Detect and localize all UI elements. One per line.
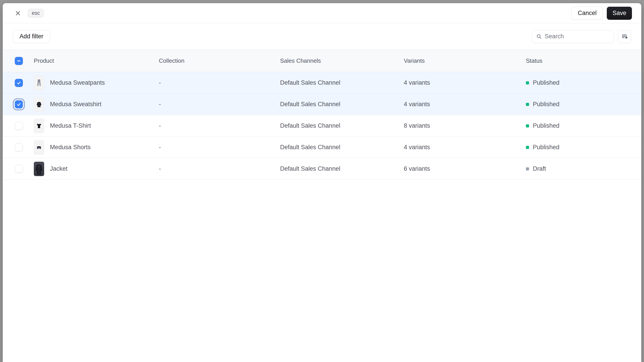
search-icon — [536, 34, 542, 40]
save-button[interactable]: Save — [607, 7, 632, 20]
sales-channel-cell: Default Sales Channel — [280, 122, 404, 129]
table-row[interactable]: Medusa Sweatpants - Default Sales Channe… — [3, 72, 641, 94]
table-row[interactable]: Medusa Sweatshirt - Default Sales Channe… — [3, 94, 641, 115]
close-button[interactable] — [13, 8, 23, 18]
status-label: Published — [533, 101, 560, 108]
product-thumbnail — [34, 162, 44, 176]
row-checkbox[interactable] — [15, 122, 23, 130]
jacket-icon — [34, 162, 44, 176]
product-name: Medusa Sweatshirt — [50, 101, 102, 108]
row-checkbox-focused[interactable] — [15, 100, 23, 108]
sweatshirt-icon — [36, 100, 42, 109]
checkmark-icon — [16, 102, 21, 107]
search-input[interactable] — [545, 33, 610, 40]
column-header-status[interactable]: Status — [526, 57, 641, 64]
status-cell: Published — [526, 79, 641, 86]
status-cell: Draft — [526, 165, 641, 172]
product-thumbnail — [34, 97, 44, 112]
select-all-checkbox[interactable] — [15, 57, 23, 65]
sales-channel-cell: Default Sales Channel — [280, 165, 404, 172]
column-header-collection[interactable]: Collection — [159, 57, 280, 64]
status-cell: Published — [526, 101, 641, 108]
sort-button[interactable] — [618, 30, 631, 43]
status-dot — [526, 81, 529, 84]
variants-cell: 4 variants — [404, 144, 526, 151]
indeterminate-icon — [16, 59, 21, 63]
status-dot — [526, 103, 529, 106]
variants-cell: 4 variants — [404, 101, 526, 108]
product-name: Medusa Shorts — [50, 144, 91, 151]
sweatpants-icon — [36, 78, 42, 87]
status-dot — [526, 167, 529, 170]
status-dot — [526, 124, 529, 128]
row-checkbox[interactable] — [15, 165, 23, 173]
product-name: Medusa Sweatpants — [50, 79, 105, 86]
variants-cell: 6 variants — [404, 165, 526, 172]
status-label: Published — [533, 79, 560, 86]
toolbar-right-group — [532, 30, 631, 43]
table-row[interactable]: Jacket - Default Sales Channel 6 variant… — [3, 158, 641, 180]
status-label: Published — [533, 144, 560, 151]
products-table: Product Collection Sales Channels Varian… — [3, 50, 641, 362]
row-checkbox[interactable] — [15, 79, 23, 87]
add-filter-button[interactable]: Add filter — [13, 30, 50, 43]
table-empty-area — [3, 180, 641, 362]
status-label: Draft — [533, 165, 546, 172]
variants-cell: 4 variants — [404, 79, 526, 86]
cancel-button[interactable]: Cancel — [572, 7, 603, 20]
select-products-modal: esc Cancel Save Add filter — [3, 3, 641, 362]
esc-shortcut-badge: esc — [28, 9, 44, 18]
row-checkbox[interactable] — [15, 143, 23, 152]
collection-cell: - — [159, 101, 280, 108]
close-icon — [15, 10, 21, 16]
checkmark-icon — [16, 80, 21, 85]
table-row[interactable]: Medusa T-Shirt - Default Sales Channel 8… — [3, 115, 641, 137]
tshirt-icon — [36, 122, 42, 130]
table-row[interactable]: Medusa Shorts - Default Sales Channel 4 … — [3, 137, 641, 158]
product-name: Jacket — [50, 165, 68, 172]
product-name: Medusa T-Shirt — [50, 122, 91, 129]
table-header-row: Product Collection Sales Channels Varian… — [3, 50, 641, 72]
product-thumbnail — [34, 140, 44, 154]
product-thumbnail — [34, 76, 44, 90]
status-dot — [526, 146, 529, 149]
column-header-variants[interactable]: Variants — [404, 57, 526, 64]
sales-channel-cell: Default Sales Channel — [280, 101, 404, 108]
status-cell: Published — [526, 144, 641, 151]
status-label: Published — [533, 122, 560, 129]
collection-cell: - — [159, 122, 280, 129]
collection-cell: - — [159, 165, 280, 172]
product-thumbnail — [34, 119, 44, 133]
search-box[interactable] — [532, 30, 614, 43]
column-header-product[interactable]: Product — [34, 57, 159, 64]
table-toolbar: Add filter — [3, 23, 641, 50]
sort-descending-icon — [621, 33, 628, 40]
shorts-icon — [36, 143, 42, 152]
modal-header: esc Cancel Save — [3, 3, 641, 23]
sales-channel-cell: Default Sales Channel — [280, 144, 404, 151]
sales-channel-cell: Default Sales Channel — [280, 79, 404, 86]
collection-cell: - — [159, 144, 280, 151]
status-cell: Published — [526, 122, 641, 129]
collection-cell: - — [159, 79, 280, 86]
column-header-sales-channels[interactable]: Sales Channels — [280, 57, 404, 64]
variants-cell: 8 variants — [404, 122, 526, 129]
